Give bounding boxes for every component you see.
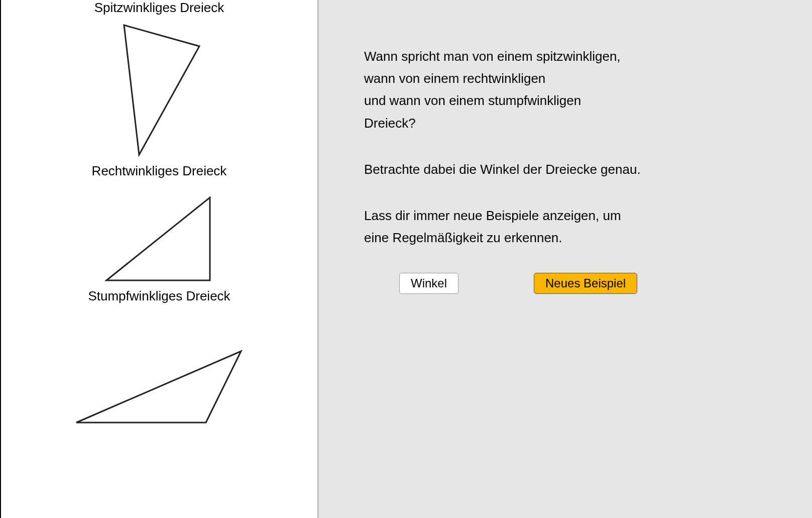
obtuse-triangle-shape <box>76 351 241 423</box>
text-line: Lass dir immer neue Beispiele anzeigen, … <box>364 208 621 223</box>
acute-triangle-box <box>104 18 214 163</box>
label-right-triangle: Rechtwinkliges Dreieck <box>92 163 227 179</box>
right-triangle-shape <box>106 197 210 280</box>
buttons-row: Winkel Neues Beispiel <box>364 273 777 294</box>
winkel-button[interactable]: Winkel <box>399 273 458 294</box>
right-triangle-box <box>101 181 217 286</box>
text-line: Wann spricht man von einem spitzwinklige… <box>364 49 621 64</box>
label-acute-triangle: Spitzwinkliges Dreieck <box>94 0 224 16</box>
text-line: wann von einem rechtwinkligen <box>364 71 545 86</box>
text-line: und wann von einem stumpfwinkligen <box>364 93 581 108</box>
acute-triangle-shape <box>124 25 199 155</box>
instruction-paragraph-3: Lass dir immer neue Beispiele anzeigen, … <box>364 204 777 249</box>
text-line: eine Regelmäßigkeit zu erkennen. <box>364 230 562 245</box>
left-panel: Spitzwinkliges Dreieck Rechtwinkliges Dr… <box>0 0 318 518</box>
instruction-paragraph-1: Wann spricht man von einem spitzwinklige… <box>364 45 777 134</box>
label-obtuse-triangle: Stumpfwinkliges Dreieck <box>88 288 230 304</box>
obtuse-triangle-box <box>71 306 247 447</box>
text-line: Betrachte dabei die Winkel der Dreiecke … <box>364 162 641 177</box>
acute-triangle-svg <box>104 20 214 161</box>
instruction-paragraph-2: Betrachte dabei die Winkel der Dreiecke … <box>364 158 777 180</box>
right-triangle-svg <box>101 192 217 285</box>
obtuse-triangle-svg <box>71 346 247 429</box>
text-line: Dreieck? <box>364 116 416 131</box>
right-panel: Wann spricht man von einem spitzwinklige… <box>318 0 812 518</box>
neues-beispiel-button[interactable]: Neues Beispiel <box>534 273 637 294</box>
